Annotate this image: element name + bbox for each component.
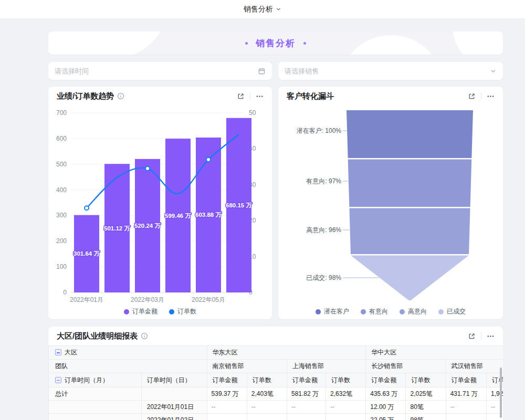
table-cell: --: [247, 401, 287, 414]
calendar-icon[interactable]: [258, 67, 266, 75]
table-row: 大区华东大区华中大区华北大区: [49, 346, 503, 360]
chevron-down-icon[interactable]: [490, 68, 497, 75]
legend-item[interactable]: 高意向: [400, 307, 427, 316]
svg-text:100: 100: [56, 263, 67, 270]
table-cell: --: [287, 401, 326, 414]
time-filter: [48, 62, 272, 80]
cell-text: 订单金额: [213, 376, 238, 384]
more-menu-icon[interactable]: [487, 92, 495, 100]
cell-text: --: [330, 403, 334, 411]
table-cell: [49, 414, 142, 420]
table-row: 2022年01月02日22.05 万98笔: [49, 414, 503, 420]
legend-item[interactable]: 潜在客户: [316, 307, 349, 316]
cell-text: 订单时间（日）: [147, 376, 191, 384]
cell-text: --: [291, 403, 296, 411]
funnel-chart-card: 客户转化漏斗 潜在客户: 100%有意向: 97%高意向: 96%已成交: 98…: [278, 87, 503, 319]
table-cell: --: [446, 401, 486, 414]
more-menu-icon[interactable]: [487, 332, 495, 340]
table-header-cell: 团队: [49, 360, 207, 373]
cell-text: 上海销售部: [292, 362, 324, 370]
info-icon[interactable]: [141, 332, 148, 340]
cell-text: 武汉销售部: [452, 362, 483, 370]
report-table-card: 大区/团队业绩明细报表: [48, 327, 503, 420]
collapse-icon[interactable]: [55, 349, 61, 355]
svg-text:680.15 万: 680.15 万: [226, 202, 252, 208]
expand-icon[interactable]: [468, 92, 476, 100]
legend-label: 订单金额: [132, 307, 158, 316]
svg-text:0: 0: [63, 289, 67, 296]
collapse-icon[interactable]: [55, 377, 61, 383]
table-header-cell: 武汉销售部: [446, 360, 503, 373]
table-header-cell: 订单数: [406, 373, 446, 387]
banner-dot-right: [303, 42, 306, 45]
table-header-cell: 长沙销售部: [366, 360, 446, 373]
cell-text: 22.05 万: [370, 416, 394, 420]
cell-text: 南京销售部: [213, 362, 244, 370]
svg-text:600: 600: [56, 135, 67, 142]
table-cell: 12.00 万: [366, 401, 406, 414]
funnel-segment: [348, 160, 472, 207]
cell-text: 订单时间（月）: [65, 376, 109, 384]
legend-label: 高意向: [408, 307, 427, 316]
banner: 销售分析: [48, 32, 503, 55]
trend-chart-legend: 订单金额订单数: [48, 307, 272, 316]
table-cell: 2022年01月02日: [141, 414, 207, 420]
sales-filter: [278, 62, 503, 80]
expand-icon[interactable]: [237, 92, 245, 100]
page-title: 销售分析: [244, 5, 273, 14]
sales-select-input[interactable]: [278, 67, 490, 75]
table-cell: --: [326, 401, 366, 414]
table-cell: 539.37 万: [207, 387, 247, 401]
more-menu-icon[interactable]: [256, 92, 264, 100]
svg-text:50: 50: [249, 109, 256, 117]
svg-text:高意向: 96%: 高意向: 96%: [306, 226, 341, 234]
svg-text:300: 300: [56, 212, 67, 219]
legend-item[interactable]: 订单金额: [124, 307, 158, 316]
sales-analysis-page: 销售分析 销售分析 业绩/订单数趋势: [0, 0, 525, 420]
legend-dot: [361, 309, 366, 314]
expand-icon[interactable]: [468, 332, 476, 340]
cell-text: 435.63 万: [370, 390, 397, 397]
report-table: 大区华东大区华中大区华北大区团队南京销售部上海销售部长沙销售部武汉销售部青岛销售…: [48, 345, 503, 420]
legend-item[interactable]: 有意向: [361, 307, 388, 316]
table-header-cell: 订单数: [326, 373, 366, 387]
cell-text: --: [251, 403, 256, 411]
legend-item[interactable]: 已成交: [438, 307, 466, 316]
time-picker-input[interactable]: [48, 67, 258, 75]
cell-text: 大区: [65, 349, 77, 356]
svg-text:2022年03月: 2022年03月: [131, 296, 164, 303]
legend-dot: [438, 309, 444, 314]
svg-text:301.64 万: 301.64 万: [74, 250, 100, 257]
table-header-cell: 南京销售部: [207, 360, 287, 373]
table-row: 2022年01月01日--------12.00 万80笔----11.07: [49, 401, 503, 414]
table-cell: [287, 414, 326, 420]
table-scrollbar[interactable]: [500, 368, 502, 418]
table-cell: [326, 414, 366, 420]
page-switcher[interactable]: 销售分析: [244, 5, 281, 14]
legend-dot: [169, 309, 174, 314]
table-cell: 22.05 万: [366, 414, 406, 420]
legend-item[interactable]: 订单数: [169, 307, 196, 316]
cell-text: 2,025笔: [410, 390, 432, 397]
svg-text:潜在客户: 100%: 潜在客户: 100%: [297, 127, 342, 134]
legend-dot: [400, 309, 405, 314]
svg-text:500: 500: [56, 161, 67, 168]
cell-text: 2022年01月01日: [147, 403, 194, 411]
cell-text: 订单数: [253, 376, 271, 384]
table-cell: --: [207, 401, 247, 414]
divider: [481, 92, 481, 100]
table-header-cell: 订单时间（月）: [49, 373, 142, 387]
cell-text: 2,403笔: [251, 390, 274, 397]
svg-text:2022年05月: 2022年05月: [192, 296, 225, 303]
cell-text: 订单金额: [292, 376, 318, 384]
cell-text: 2,632笔: [330, 390, 352, 397]
table-header-cell: 订单金额: [287, 373, 326, 387]
table-header-cell: 大区: [49, 346, 207, 360]
svg-text:520.24 万: 520.24 万: [134, 223, 161, 229]
banner-dot-left: [245, 42, 248, 45]
cell-text: --: [212, 403, 216, 411]
table-cell: 2,403笔: [247, 387, 287, 401]
info-icon[interactable]: [117, 92, 124, 100]
table-cell: 80笔: [406, 401, 446, 414]
table-viewport: 大区华东大区华中大区华北大区团队南京销售部上海销售部长沙销售部武汉销售部青岛销售…: [48, 345, 503, 420]
